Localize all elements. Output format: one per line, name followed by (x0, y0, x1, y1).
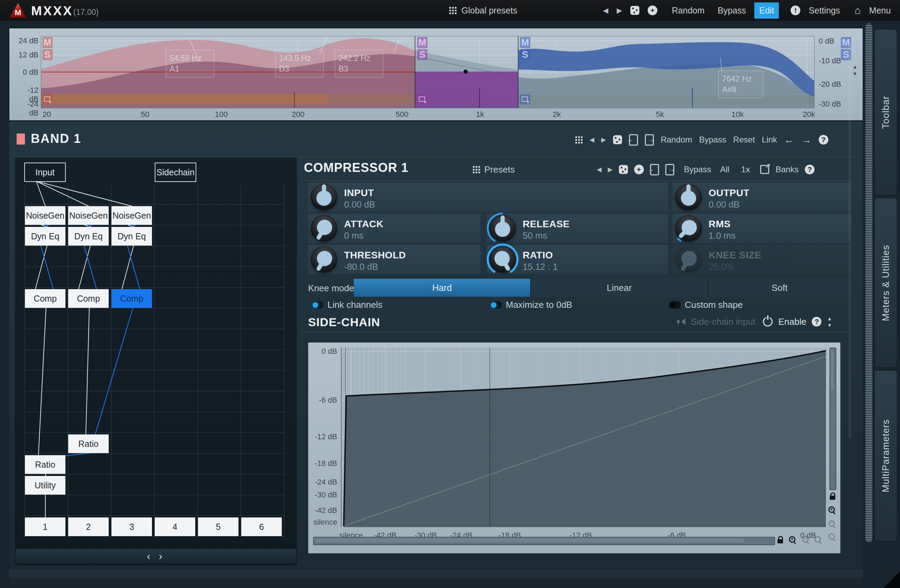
menu-button[interactable]: Menu (869, 6, 891, 15)
comp-prev-icon[interactable]: ◀ (597, 166, 602, 173)
band-reset-button[interactable]: Reset (733, 135, 755, 145)
routing-output-2[interactable]: 2 (68, 517, 109, 536)
lock-icon[interactable] (777, 536, 784, 544)
zoom-reset-icon[interactable] (829, 533, 836, 542)
comp-export-icon[interactable]: → (665, 164, 674, 175)
band-presets-grid-icon[interactable] (575, 136, 583, 144)
band-export-icon[interactable]: → (645, 134, 654, 145)
routing-comp-node-selected[interactable]: Comp (112, 289, 152, 308)
sidebar-scrollbar[interactable] (865, 23, 872, 542)
band-import-icon[interactable]: → (629, 134, 638, 145)
eq-node-label[interactable]: 143.5 Hz D3 (275, 50, 324, 77)
routing-grid-panel[interactable]: Input Sidechain NoiseGen NoiseGen NoiseG… (15, 157, 297, 566)
eq-node-label[interactable]: 7642 Hz A#8 (718, 71, 763, 98)
routing-utility-node[interactable]: Utility (25, 476, 65, 495)
band-bypass-button[interactable]: Bypass (699, 135, 726, 145)
routing-output-3[interactable]: 3 (112, 517, 152, 536)
resize-handle[interactable] (883, 571, 900, 588)
mid-badge[interactable]: M (42, 37, 53, 48)
routing-input-node[interactable]: Input (24, 162, 66, 182)
bypass-button[interactable]: Bypass (718, 6, 746, 15)
eq-node-label[interactable]: 242.2 Hz B3 (335, 50, 383, 77)
global-presets-group[interactable]: Global presets (449, 0, 517, 21)
band-help-icon[interactable]: ? (819, 135, 829, 145)
eq-resize-control[interactable]: ▲ ▼ (853, 64, 857, 76)
link-channels-toggle[interactable]: Link channels (312, 300, 383, 310)
sidechain-help-icon[interactable]: ? (812, 317, 821, 326)
knee-mode-soft[interactable]: Soft (708, 279, 851, 297)
side-badge[interactable]: S (417, 49, 427, 60)
band-color-swatch[interactable] (17, 133, 25, 145)
routing-comp-node[interactable]: Comp (25, 289, 65, 308)
settings-button[interactable]: Settings (808, 6, 840, 15)
zoom-out-icon[interactable]: − (829, 520, 836, 529)
comp-1x-button[interactable]: 1x (741, 165, 750, 174)
sidechain-transfer-graph[interactable]: 0 dB -6 dB -12 dB -18 dB -24 dB -30 dB -… (308, 342, 841, 553)
global-presets-label[interactable]: Global presets (461, 6, 517, 15)
band-routing-icon[interactable] (520, 94, 530, 104)
sidechain-enable-button[interactable]: Enable (778, 316, 806, 327)
random-button[interactable]: Random (672, 6, 705, 15)
mid-badge[interactable]: M (520, 37, 530, 48)
routing-output-6[interactable]: 6 (241, 517, 282, 536)
comp-all-button[interactable]: All (720, 165, 729, 174)
zoom-in-icon[interactable]: + (829, 506, 836, 515)
power-icon[interactable] (763, 317, 773, 326)
side-badge[interactable]: S (42, 49, 53, 60)
eq-plot-area[interactable] (41, 36, 814, 108)
redo-icon[interactable]: → (801, 134, 812, 145)
rms-knob[interactable] (675, 215, 701, 241)
randomize-dice-icon[interactable] (630, 6, 639, 15)
routing-output-5[interactable]: 5 (198, 517, 239, 536)
comp-banks-button[interactable]: Banks (775, 165, 799, 174)
routing-output-4[interactable]: 4 (155, 517, 195, 536)
routing-noisegen-node[interactable]: NoiseGen (25, 206, 65, 225)
custom-shape-toggle[interactable]: Custom shape (669, 300, 743, 310)
add-icon[interactable]: + (648, 6, 657, 15)
comp-next-icon[interactable]: ▶ (608, 166, 613, 173)
band-link-button[interactable]: Link (762, 135, 777, 145)
band-routing-icon[interactable] (42, 94, 53, 104)
band-dice-icon[interactable] (613, 135, 622, 144)
routing-ratio-node[interactable]: Ratio (25, 455, 65, 474)
compressor-presets-group[interactable]: Presets (473, 159, 515, 180)
tab-multiparameters[interactable]: MultiParameters (874, 370, 897, 541)
comp-dice-icon[interactable] (619, 165, 628, 174)
comp-bypass-button[interactable]: Bypass (684, 165, 711, 174)
routing-noisegen-node[interactable]: NoiseGen (68, 206, 109, 225)
routing-comp-node[interactable]: Comp (68, 289, 109, 308)
comp-help-icon[interactable]: ? (805, 165, 815, 174)
routing-dyneq-node[interactable]: Dyn Eq (25, 227, 65, 246)
side-badge[interactable]: S (520, 49, 530, 60)
knee-size-knob[interactable] (675, 246, 701, 272)
graph-horizontal-scrollbar[interactable] (313, 537, 775, 545)
knee-mode-hard[interactable]: Hard (354, 279, 531, 297)
graph-plot-area[interactable] (341, 348, 827, 527)
comp-add-icon[interactable]: + (634, 165, 644, 174)
routing-noisegen-node[interactable]: NoiseGen (112, 206, 152, 225)
routing-dyneq-node[interactable]: Dyn Eq (68, 227, 109, 246)
knee-mode-linear[interactable]: Linear (531, 279, 708, 297)
output-knob[interactable] (675, 184, 701, 210)
speaker-icon[interactable] (677, 318, 685, 325)
edit-button[interactable]: Edit (754, 2, 779, 19)
input-knob[interactable] (311, 184, 337, 210)
tab-toolbar[interactable]: Toolbar (874, 29, 897, 195)
prev-preset-icon[interactable]: ◀ (603, 6, 608, 14)
attack-knob[interactable] (311, 215, 337, 241)
band-random-button[interactable]: Random (661, 135, 692, 145)
sidechain-resize-control[interactable]: ▲ ▼ (827, 316, 832, 328)
band-panel-scrollbar[interactable] (849, 41, 851, 439)
routing-sidechain-node[interactable]: Sidechain (155, 162, 196, 182)
graph-vertical-scrollbar[interactable] (829, 348, 836, 490)
zoom-in-icon[interactable]: + (789, 536, 797, 545)
tab-meters-utilities[interactable]: Meters & Utilities (874, 198, 897, 368)
undo-icon[interactable]: ← (784, 134, 794, 145)
sidechain-input-label[interactable]: Side-chain input (691, 316, 755, 327)
zoom-reset-icon[interactable] (815, 536, 823, 545)
eq-node-label[interactable]: 54.59 Hz A1 (166, 50, 214, 77)
compressor-presets-label[interactable]: Presets (484, 164, 515, 175)
routing-dyneq-node[interactable]: Dyn Eq (112, 227, 152, 246)
next-preset-icon[interactable]: ▶ (616, 6, 622, 14)
band-routing-icon[interactable] (417, 94, 427, 104)
